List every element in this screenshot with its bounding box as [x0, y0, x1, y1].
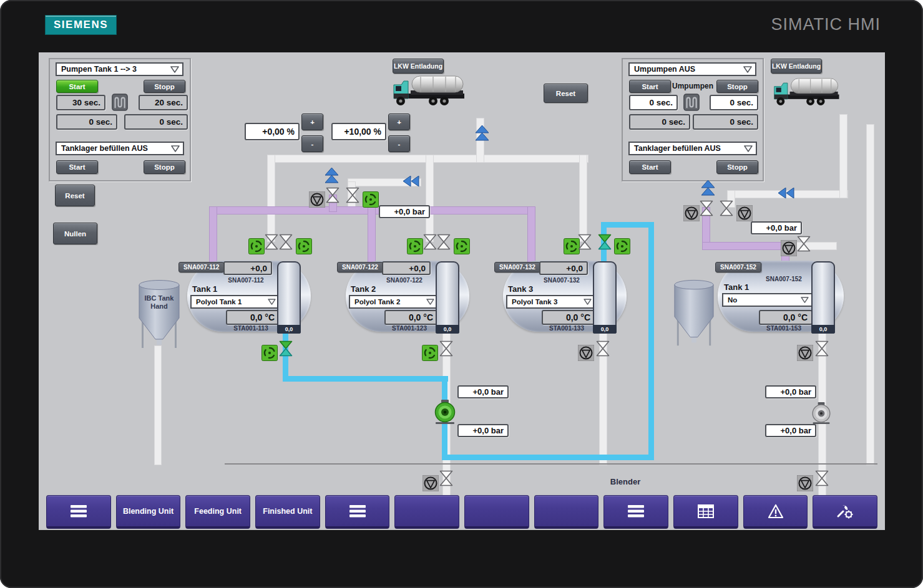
nav-settings-button[interactable] [813, 495, 877, 529]
pump-icon [422, 475, 439, 491]
agitator-running-icon [614, 238, 630, 254]
timer-setpoint-2[interactable]: 20 sec. [139, 95, 188, 110]
tank-temp-value: 0,0 °C [542, 310, 595, 325]
tank-3: SNA007-132 +0,0 SNA007-132 Tank 3 Polyol… [503, 261, 627, 332]
reset-button[interactable]: Reset [55, 185, 95, 206]
tank-level-gauge: 0,0 [436, 261, 459, 334]
tanklager-stopp-button[interactable]: Stopp [144, 160, 185, 174]
flow-up-arrows-icon [325, 167, 338, 185]
blender-line [225, 463, 877, 465]
tank-source-select[interactable]: Polyol Tank 3 [506, 295, 596, 309]
pump-stopp-button[interactable]: Stopp [144, 80, 185, 93]
nav-menu-button[interactable] [325, 495, 390, 529]
tanker-truck-icon [773, 75, 842, 107]
pipe [580, 155, 587, 241]
umpumpen-mode-value: Umpumpen AUS [634, 65, 695, 74]
umpumpen-mode-select[interactable]: Umpumpen AUS [628, 62, 756, 76]
dosing-minus-button-2[interactable]: - [388, 135, 410, 152]
valve-open-icon [279, 340, 293, 357]
nullen-button[interactable]: Nullen [53, 223, 97, 244]
timer-setpoint-2[interactable]: 0 sec. [710, 95, 758, 110]
nav-finished-unit-button[interactable]: Finished Unit [255, 495, 320, 529]
tanklager-start-button[interactable]: Start [629, 160, 671, 174]
tanklager-select[interactable]: Tanklager befüllen AUS [628, 142, 757, 155]
tanklager-select[interactable]: Tanklager befüllen AUS [56, 142, 184, 155]
tanklager-value: Tanklager befüllen AUS [634, 144, 721, 153]
umpumpen-label: Umpumpen [670, 82, 715, 90]
blender-label: Blender [588, 477, 663, 486]
hmi-device-bezel: SIEMENS SIMATIC HMI [0, 0, 923, 588]
valve-icon [815, 340, 829, 357]
hmi-screen: Pumpen Tank 1 --> 3 Start Stopp 30 sec. … [39, 52, 885, 530]
umpumpen-stopp-button[interactable]: Stopp [716, 80, 758, 93]
timer-actual-1: 0 sec. [629, 114, 690, 130]
chevron-down-icon [170, 66, 179, 73]
valve-icon [439, 340, 453, 357]
tank-source-value: Polyol Tank 1 [196, 298, 242, 306]
nav-recipes-button[interactable] [673, 495, 738, 529]
tools-icon [836, 503, 854, 519]
tank-source-value: No [728, 296, 737, 304]
valve-icon [578, 234, 592, 250]
chevron-down-icon [426, 299, 434, 305]
dosing-plus-button-1[interactable]: + [301, 113, 323, 130]
pipe-purple [368, 207, 375, 266]
nav-blending-unit-button[interactable]: Blending Unit [116, 495, 181, 529]
tanklager-start-button[interactable]: Start [56, 160, 98, 174]
tanklager-stopp-button[interactable]: Stopp [716, 160, 758, 174]
tank-1: SNA007-112 +0,0 SNA007-112 Tank 1 Polyol… [187, 261, 311, 332]
timer-setpoint-1[interactable]: 0 sec. [629, 95, 678, 110]
nav-blank-button[interactable] [464, 495, 529, 529]
pump-start-button[interactable]: Start [56, 80, 98, 93]
dosing-value-1[interactable]: +0,00 % [245, 123, 300, 140]
pipe [268, 155, 275, 241]
valve-icon [279, 234, 293, 250]
tank-2: SNA007-122 +0,0 SNA007-122 Tank 2 Polyol… [346, 261, 469, 332]
nav-alarms-button[interactable] [743, 495, 808, 529]
tank-temp-value: 0,0 °C [226, 310, 280, 325]
pressure-display: +0,0 bar [457, 385, 509, 398]
lkw-entladung-button-left[interactable]: LKW Entladung [393, 59, 444, 74]
chevron-down-icon [584, 299, 592, 305]
pipe-cyan [283, 376, 448, 382]
nav-feeding-unit-button[interactable]: Feeding Unit [185, 495, 250, 529]
menu-icon [71, 504, 87, 518]
valve-open-icon [598, 234, 612, 250]
grid-icon [698, 504, 714, 518]
pipe [840, 115, 847, 198]
nav-blank-button[interactable] [534, 495, 599, 529]
ibc-hopper-tank [137, 278, 181, 352]
tank-source-select[interactable]: No [722, 293, 813, 307]
pipe-cyan [601, 222, 654, 228]
timer-setpoint-1[interactable]: 30 sec. [56, 95, 105, 110]
reset-mid-button[interactable]: Reset [544, 84, 588, 103]
umpumpen-start-button[interactable]: Start [629, 80, 671, 93]
menu-icon [628, 504, 644, 518]
nav-blank-button[interactable] [394, 495, 459, 529]
pump-mode-select[interactable]: Pumpen Tank 1 --> 3 [56, 62, 183, 76]
dosing-value-2[interactable]: +10,00 % [331, 123, 386, 140]
tank-title: Tank 1 [192, 284, 217, 294]
tank-temp-label: STA001-123 [387, 325, 432, 332]
tank-temp-label: STA001-133 [544, 325, 589, 332]
ibc-tank-label: IBC Tank Hand [140, 294, 178, 310]
tank-level-value: 0,0 [436, 325, 459, 334]
heater-coil-icon [111, 94, 129, 111]
pump-control-panel-left: Pumpen Tank 1 --> 3 Start Stopp 30 sec. … [49, 58, 191, 181]
nav-menu-button[interactable] [603, 495, 668, 529]
pump-icon [736, 205, 753, 221]
lkw-entladung-button-right[interactable]: LKW Entladung [771, 59, 822, 74]
tank-source-value: Polyol Tank 3 [512, 298, 557, 306]
dosing-plus-button-2[interactable]: + [388, 113, 410, 130]
timer-actual-2: 0 sec. [124, 114, 188, 130]
simatic-hmi-label: SIMATIC HMI [771, 15, 881, 34]
dosing-minus-button-1[interactable]: - [301, 135, 323, 152]
tank-source-select[interactable]: Polyol Tank 2 [349, 295, 439, 309]
valve-icon [797, 236, 811, 252]
tank-level-gauge: 0,0 [811, 261, 835, 334]
chevron-down-icon [801, 297, 809, 303]
nav-menu-button[interactable] [46, 495, 111, 529]
flow-up-arrows-icon [476, 125, 489, 142]
tanklager-value: Tanklager befüllen AUS [61, 144, 148, 153]
tank-source-select[interactable]: Polyol Tank 1 [190, 295, 280, 309]
